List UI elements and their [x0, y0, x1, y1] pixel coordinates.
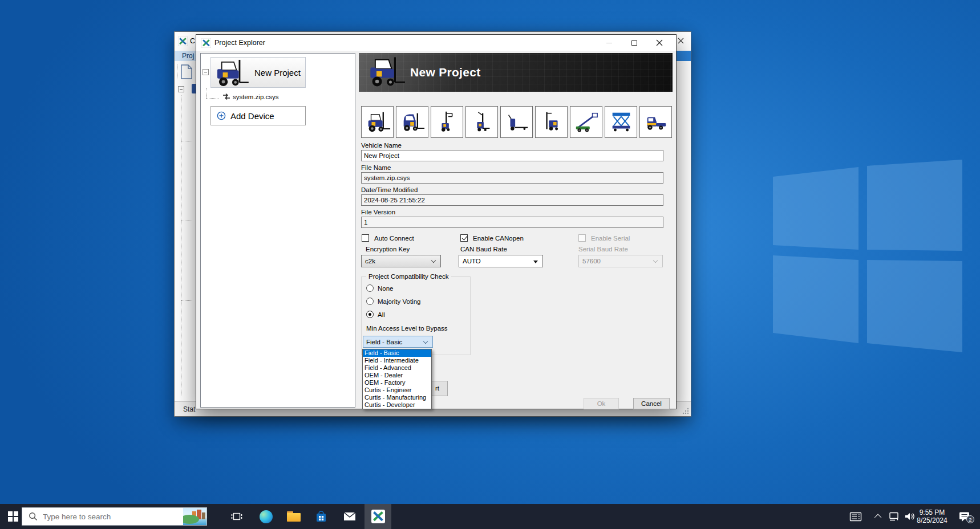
ok-button: Ok	[584, 398, 619, 409]
edge-button[interactable]	[253, 504, 279, 529]
menu-item-project[interactable]: Proj	[182, 52, 194, 60]
task-view-icon	[231, 511, 242, 522]
edge-icon	[260, 510, 273, 523]
walkie-stacker-icon	[469, 111, 495, 133]
dialog-title: Project Explorer	[214, 39, 265, 47]
maximize-button[interactable]	[622, 35, 647, 51]
new-document-icon[interactable]	[180, 64, 193, 79]
resize-grip[interactable]	[681, 406, 689, 414]
dropdown-option[interactable]: Field - Intermediate	[363, 357, 431, 364]
search-input[interactable]	[43, 512, 174, 521]
min-access-level-combo[interactable]: Field - Basic	[363, 336, 433, 348]
chevron-down-icon	[653, 258, 658, 263]
field-label: Vehicle Name	[361, 142, 663, 149]
tree-item-system-file[interactable]: system.zip.csys	[222, 93, 279, 100]
dialog-titlebar[interactable]: Project Explorer	[196, 35, 676, 51]
radio-label: Majority Voting	[378, 298, 420, 305]
obscured-button-text: rt	[435, 385, 439, 392]
pallet-truck-icon	[504, 111, 530, 133]
field: File Version	[361, 209, 663, 231]
dropdown-option[interactable]: Curtis - Manufacturing	[363, 394, 431, 401]
project-banner: New Project	[359, 53, 673, 92]
notification-badge: 2	[966, 515, 974, 523]
compatibility-group-label: Project Compatibility Check	[366, 273, 451, 280]
banner-title: New Project	[410, 66, 481, 79]
tow-tractor-icon	[643, 111, 669, 133]
microsoft-store-button[interactable]	[308, 504, 334, 529]
compatibility-radio-row[interactable]: Majority Voting	[366, 298, 420, 305]
mail-icon	[343, 511, 356, 522]
tree-node-new-project[interactable]: New Project	[210, 57, 306, 88]
field-input[interactable]	[361, 172, 663, 184]
tree-expander-icon[interactable]	[178, 86, 184, 92]
enable-canopen-checkbox[interactable]	[460, 234, 468, 242]
windows-start-icon	[8, 511, 18, 522]
scissor-lift-icon	[608, 111, 634, 133]
close-button[interactable]	[647, 35, 672, 51]
enclosed-forklift-icon	[399, 111, 426, 133]
can-baud-rate-value: AUTO	[463, 258, 481, 264]
vehicle-type-reach-truck[interactable]	[431, 106, 463, 138]
widgets-button[interactable]	[843, 504, 869, 529]
auto-connect-checkbox[interactable]	[362, 234, 369, 242]
can-baud-rate-combo[interactable]: AUTO	[459, 255, 543, 267]
field-input[interactable]	[361, 194, 663, 206]
enable-serial-checkbox	[578, 234, 586, 242]
clock-time: 9:55 PM	[917, 508, 947, 516]
dropdown-option[interactable]: Curtis - Developer	[363, 401, 431, 409]
taskbar: 9:55 PM 8/25/2024 2	[0, 504, 980, 529]
forklift-icon	[214, 59, 249, 88]
vehicle-type-scissor-lift[interactable]	[605, 106, 637, 138]
compatibility-radio-row[interactable]: None	[366, 284, 394, 292]
project-explorer-dialog: Project Explorer	[196, 34, 677, 409]
desktop: C Proj Stat	[0, 0, 980, 529]
chevron-down-icon	[423, 339, 428, 344]
task-view-button[interactable]	[224, 504, 250, 529]
chevron-down-icon	[431, 258, 436, 263]
encryption-key-combo[interactable]: c2k	[361, 255, 441, 267]
dropdown-option[interactable]: Field - Advanced	[363, 364, 431, 372]
windows-logo	[773, 160, 964, 353]
vehicle-type-tow-tractor[interactable]	[639, 106, 672, 138]
field-input[interactable]	[361, 217, 663, 228]
dropdown-option[interactable]: Field - Basic	[363, 349, 431, 357]
field-input[interactable]	[361, 150, 663, 161]
cancel-button[interactable]: Cancel	[633, 398, 670, 409]
system-file-icon	[222, 93, 230, 100]
search-icon	[29, 512, 38, 521]
min-access-level-value: Field - Basic	[366, 339, 402, 345]
network-button[interactable]	[885, 504, 902, 529]
tree-node-label: New Project	[254, 68, 301, 78]
notifications-button[interactable]: 2	[951, 504, 978, 529]
close-icon	[656, 39, 663, 46]
auto-connect-label: Auto Connect	[374, 235, 414, 242]
vehicle-type-order-picker[interactable]	[535, 106, 568, 138]
tree-guide-stub	[181, 221, 192, 221]
tree-item-label: system.zip.csys	[233, 93, 279, 100]
project-fields: Vehicle Name File Name Date/Time Modifie…	[361, 142, 663, 231]
taskbar-search[interactable]	[22, 507, 207, 526]
tree-guide-stub	[181, 300, 192, 301]
network-icon	[888, 511, 900, 522]
curtis-toolkit-app-button[interactable]	[365, 504, 391, 529]
field: File Name	[361, 164, 663, 186]
vehicle-type-walkie-stacker[interactable]	[465, 106, 498, 138]
vehicle-type-pallet-truck[interactable]	[500, 106, 533, 138]
project-tree-panel: New Project system.zip.csys Add Device	[200, 53, 355, 408]
chevron-up-icon	[874, 514, 881, 521]
tree-expander-icon[interactable]	[203, 69, 209, 75]
clock[interactable]: 9:55 PM 8/25/2024	[914, 504, 950, 529]
compatibility-radio-row[interactable]: All	[366, 311, 385, 318]
dropdown-option[interactable]: OEM - Factory	[363, 379, 431, 386]
file-explorer-button[interactable]	[281, 504, 307, 529]
vehicle-type-enclosed-forklift[interactable]	[396, 106, 428, 138]
field: Date/Time Modified	[361, 186, 663, 209]
vehicle-type-boom-lift[interactable]	[570, 106, 602, 138]
app-logo-icon	[201, 38, 211, 48]
vehicle-type-counterbalance-forklift[interactable]	[361, 106, 394, 138]
mail-button[interactable]	[337, 504, 363, 529]
dropdown-option[interactable]: OEM - Dealer	[363, 372, 431, 379]
dropdown-option[interactable]: Curtis - Engineer	[363, 386, 431, 394]
hidden-icons-button[interactable]	[870, 504, 887, 529]
add-device-button[interactable]: Add Device	[210, 106, 306, 125]
